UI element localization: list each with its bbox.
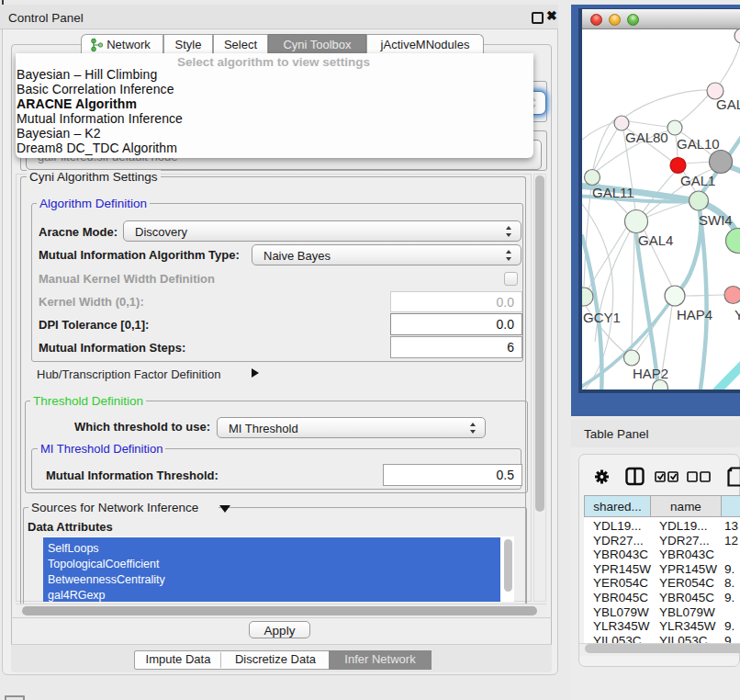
svg-text:GAL1: GAL1: [680, 173, 715, 188]
svg-text:HAP2: HAP2: [633, 366, 668, 381]
svg-text:GAL10: GAL10: [677, 136, 720, 152]
svg-text:HAP4: HAP4: [677, 307, 712, 322]
svg-text:GAL7: GAL7: [716, 96, 740, 112]
svg-text:GAL11: GAL11: [592, 185, 634, 200]
svg-text:GAL4: GAL4: [638, 232, 673, 248]
svg-text:GCY1: GCY1: [583, 310, 621, 325]
svg-text:YE: YE: [734, 307, 740, 322]
svg-text:SWI4: SWI4: [699, 212, 733, 228]
svg-text:GAL80: GAL80: [625, 130, 668, 145]
